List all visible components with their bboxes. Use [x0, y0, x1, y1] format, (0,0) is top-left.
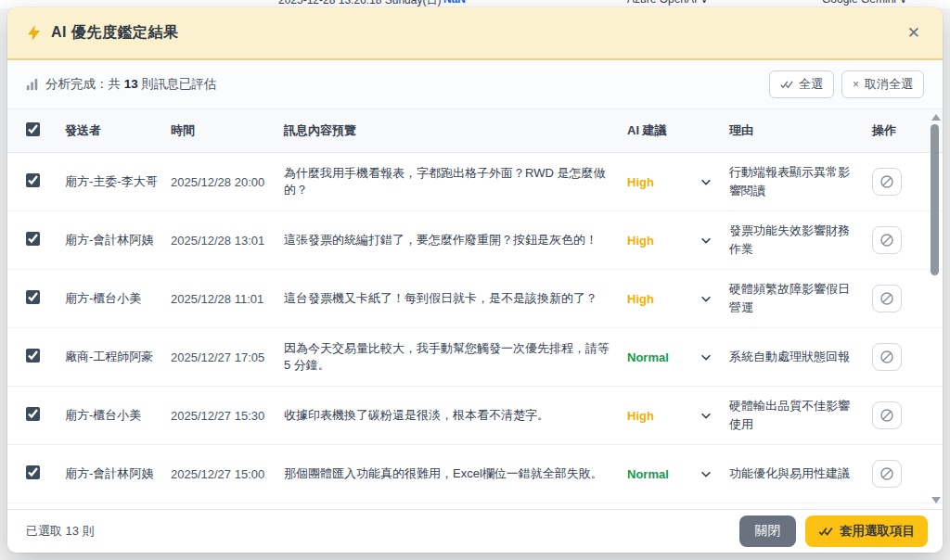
row-checkbox[interactable]	[26, 465, 40, 479]
message-preview-cell: 這台發票機又卡紙了！每到假日就卡，是不是該換新的了？	[284, 290, 623, 307]
table-row: 廟方-主委-李大哥 2025/12/28 20:00 為什麼我用手機看報表，字都…	[7, 153, 943, 211]
sender-cell: 廟方-櫃台小美	[65, 407, 167, 424]
background-provider-azure: Azure OpenAI ∨	[627, 0, 709, 6]
reason-cell: 硬體頻繁故障影響假日營運	[729, 280, 868, 317]
chevron-down-icon[interactable]	[700, 409, 712, 422]
table-row: 廟方-櫃台小美 2025/12/27 15:30 收據印表機換了碳粉還是很淡，根…	[7, 387, 943, 445]
ai-suggestion-cell: High	[627, 234, 725, 248]
ai-suggestion-cell: High	[627, 292, 725, 306]
exclude-button[interactable]	[872, 401, 902, 429]
row-checkbox[interactable]	[26, 349, 40, 363]
exclude-button[interactable]	[872, 343, 902, 371]
reason-cell: 行動端報表顯示異常影響閱讀	[729, 163, 868, 200]
modal-header: AI 優先度鑑定結果 ✕	[7, 7, 943, 60]
deselect-all-label: 取消全選	[865, 76, 913, 93]
close-icon[interactable]: ✕	[904, 21, 924, 45]
chevron-down-icon[interactable]	[700, 350, 712, 363]
analysis-status: 分析完成：共 13 則訊息已評估	[26, 76, 217, 93]
reason-cell: 發票功能失效影響財務作業	[729, 222, 868, 259]
close-button[interactable]: 關閉	[739, 515, 796, 547]
column-header-sender: 發送者	[65, 122, 167, 139]
suggestion-value: Normal	[627, 350, 669, 364]
table-row: 廠商-工程師阿豪 2025/12/27 17:05 因為今天交易量比較大，我手動…	[7, 328, 943, 387]
exclude-button[interactable]	[872, 285, 902, 312]
scrollbar-thumb[interactable]	[931, 124, 939, 275]
background-nan-value: NaN	[443, 0, 466, 6]
sender-cell: 廟方-櫃台小美	[65, 290, 167, 307]
ban-icon	[879, 408, 894, 423]
suggestion-value: High	[627, 409, 654, 423]
scroll-down-arrow-icon[interactable]	[931, 497, 941, 503]
table-row: 廟方-會計林阿姨 2025/12/28 13:01 這張發票的統編打錯了，要怎麼…	[7, 211, 943, 270]
time-cell: 2025/12/27 15:30	[171, 409, 280, 423]
sender-cell: 廠商-工程師阿豪	[65, 349, 167, 365]
double-check-icon	[818, 526, 833, 537]
row-checkbox[interactable]	[26, 290, 40, 304]
table-row: 廟方-櫃台小美 2025/12/28 11:01 這台發票機又卡紙了！每到假日就…	[7, 270, 943, 328]
selected-count: 已選取 13 則	[26, 523, 95, 540]
table-header-row: 發送者 時間 訊息內容預覽 AI 建議 理由 操作	[7, 108, 943, 153]
row-checkbox[interactable]	[26, 232, 40, 246]
status-text: 分析完成：共 13 則訊息已評估	[45, 76, 217, 93]
suggestion-value: High	[627, 234, 654, 248]
vertical-scrollbar[interactable]	[929, 110, 941, 507]
modal-title: AI 優先度鑑定結果	[51, 23, 178, 43]
apply-selection-label: 套用選取項目	[840, 523, 915, 540]
table-row: 廟方-會計林阿姨 2025/12/27 15:00 那個團體匯入功能真的很難用，…	[7, 445, 943, 503]
ai-suggestion-cell: High	[627, 409, 725, 423]
sender-cell: 廟方-主委-李大哥	[65, 173, 167, 190]
message-preview-cell: 收據印表機換了碳粉還是很淡，根本看不清楚字。	[284, 407, 623, 424]
row-checkbox[interactable]	[26, 173, 40, 187]
ban-icon	[879, 233, 894, 248]
background-provider-gemini: Google Gemini ∨	[822, 0, 907, 6]
lightning-icon	[26, 25, 42, 41]
deselect-all-button[interactable]: × 取消全選	[841, 70, 924, 98]
modal-footer: 已選取 13 則 關閉 套用選取項目	[7, 509, 943, 553]
exclude-button[interactable]	[872, 460, 902, 488]
scroll-up-arrow-icon[interactable]	[931, 114, 941, 121]
ai-priority-result-modal: AI 優先度鑑定結果 ✕ 分析完成：共 13 則訊息已評估 全選 × 取消全選	[7, 7, 943, 553]
column-header-suggestion: AI 建議	[627, 122, 725, 139]
analysis-toolbar: 分析完成：共 13 則訊息已評估 全選 × 取消全選	[7, 60, 943, 108]
message-preview-cell: 這張發票的統編打錯了，要怎麼作廢重開？按鈕是灰色的！	[284, 232, 623, 248]
time-cell: 2025/12/28 11:01	[171, 292, 280, 306]
suggestion-value: High	[627, 292, 654, 306]
time-cell: 2025/12/27 15:00	[171, 467, 280, 481]
ai-suggestion-cell: Normal	[627, 467, 725, 481]
ai-suggestion-cell: Normal	[627, 350, 725, 364]
message-preview-cell: 因為今天交易量比較大，我手動幫您觸發一次優先排程，請等 5 分鐘。	[284, 340, 623, 374]
ai-suggestion-cell: High	[627, 175, 725, 189]
reason-cell: 硬體輸出品質不佳影響使用	[729, 397, 868, 434]
suggestion-value: High	[627, 175, 654, 189]
time-cell: 2025/12/28 20:00	[171, 175, 280, 189]
apply-selection-button[interactable]: 套用選取項目	[805, 515, 928, 547]
ban-icon	[879, 291, 894, 306]
column-header-preview: 訊息內容預覽	[284, 122, 623, 139]
chevron-down-icon[interactable]	[700, 234, 712, 247]
sender-cell: 廟方-會計林阿姨	[65, 465, 167, 482]
message-preview-cell: 為什麼我用手機看報表，字都跑出格子外面？RWD 是怎麼做的？	[284, 165, 623, 198]
chevron-down-icon[interactable]	[700, 175, 712, 188]
message-preview-cell: 那個團體匯入功能真的很難用，Excel欄位一錯就全部失敗。	[284, 465, 623, 482]
column-header-reason: 理由	[729, 122, 868, 139]
double-check-icon	[780, 79, 793, 90]
ban-icon	[879, 350, 894, 364]
ban-icon	[879, 466, 894, 481]
chevron-down-icon[interactable]	[700, 292, 712, 305]
suggestion-value: Normal	[627, 467, 669, 481]
select-all-checkbox[interactable]	[26, 122, 40, 136]
chevron-down-icon[interactable]	[700, 467, 712, 480]
bar-chart-icon	[26, 78, 39, 91]
sender-cell: 廟方-會計林阿姨	[65, 232, 167, 248]
exclude-button[interactable]	[872, 226, 902, 254]
reason-cell: 系統自動處理狀態回報	[729, 348, 868, 366]
reason-cell: 功能優化與易用性建議	[729, 465, 868, 483]
time-cell: 2025/12/28 13:01	[171, 234, 280, 248]
select-all-button[interactable]: 全選	[769, 70, 834, 98]
time-cell: 2025/12/27 17:05	[171, 350, 280, 364]
row-checkbox[interactable]	[26, 407, 40, 421]
column-header-time: 時間	[171, 122, 280, 139]
exclude-button[interactable]	[872, 168, 902, 196]
toolbar-actions: 全選 × 取消全選	[769, 70, 924, 98]
column-header-action: 操作	[872, 122, 918, 139]
